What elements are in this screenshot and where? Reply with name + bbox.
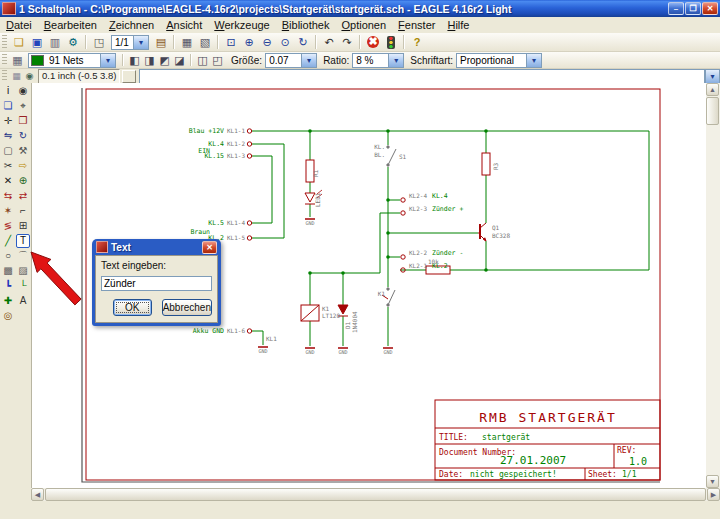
tool-rect[interactable]: ▩ — [1, 264, 15, 278]
tool-mark[interactable]: ⌖ — [16, 99, 30, 113]
restore-button[interactable]: ❐ — [685, 2, 701, 15]
save-button[interactable]: ▣ — [28, 34, 46, 50]
switch-to-board-button[interactable]: ◳ — [90, 34, 108, 50]
tool-info[interactable]: i — [1, 84, 15, 98]
rotate-180-button[interactable]: ◪ — [172, 54, 187, 67]
undo-button[interactable]: ↶ — [320, 34, 338, 50]
menu-item-zeichnen[interactable]: Zeichnen — [103, 18, 160, 32]
scroll-down-arrow[interactable]: ▼ — [706, 475, 719, 488]
zoom-select-button[interactable]: ⊙ — [276, 34, 294, 50]
tool-copy[interactable]: ❐ — [16, 114, 30, 128]
script-button[interactable]: ▧ — [196, 34, 214, 50]
grid-toggle-button[interactable]: ▦ — [10, 70, 23, 83]
tool-add[interactable]: ⊕ — [16, 174, 30, 188]
mark-button[interactable]: ◉ — [23, 70, 36, 83]
menu-item-bearbeiten[interactable]: Bearbeiten — [38, 18, 103, 32]
dialog-close-button[interactable]: ✕ — [202, 241, 217, 254]
tool-display[interactable]: ❏ — [1, 99, 15, 113]
grid-button[interactable]: ▦ — [10, 54, 25, 67]
minimize-button[interactable]: – — [668, 2, 684, 15]
sheet-combobox[interactable]: 1/1 ▾ — [111, 35, 149, 50]
tool-rotate[interactable]: ↻ — [16, 129, 30, 143]
erc-check-button[interactable] — [382, 34, 400, 50]
layer-value: 91 Nets — [46, 55, 100, 66]
menu-item-hilfe[interactable]: Hilfe — [441, 18, 475, 32]
size-combobox[interactable]: 0.07 ▾ — [265, 53, 317, 68]
tool-junction[interactable]: ✚ — [1, 294, 15, 308]
tool-bus[interactable]: ┗ — [1, 279, 15, 293]
tool-arc[interactable]: ⌒ — [16, 249, 30, 263]
tool-circle[interactable]: ○ — [1, 249, 15, 263]
ratio-combobox[interactable]: 8 % ▾ — [352, 53, 404, 68]
menu-item-datei[interactable]: Datei — [0, 18, 38, 32]
horizontal-scrollbar[interactable]: ◀ ▶ — [31, 488, 720, 501]
tool-gateswap[interactable]: ⇄ — [16, 189, 30, 203]
tool-wire[interactable]: ╱ — [1, 234, 15, 248]
ok-button[interactable]: OK — [113, 299, 152, 316]
command-line-input[interactable] — [139, 69, 705, 84]
mirror-orient-button[interactable]: ◧ — [127, 54, 142, 67]
zoom-redraw-button[interactable]: ↻ — [294, 34, 312, 50]
font-combobox[interactable]: Proportional ▾ — [456, 53, 542, 68]
scroll-right-arrow[interactable]: ▶ — [707, 488, 720, 501]
open-button[interactable]: ❏ — [10, 34, 28, 50]
library-button[interactable]: ▤ — [152, 34, 170, 50]
tool-invoke[interactable]: ⊞ — [16, 219, 30, 233]
coords-menu-button[interactable] — [122, 70, 136, 83]
tool-move[interactable]: ✛ — [1, 114, 15, 128]
horizontal-scroll-thumb[interactable] — [45, 488, 706, 501]
tool-cut[interactable]: ✂ — [1, 159, 15, 173]
tool-text[interactable]: T — [16, 234, 30, 248]
tool-polygon[interactable]: ▨ — [16, 264, 30, 278]
tool-paste[interactable]: ⇨ — [16, 159, 30, 173]
rotate-90-button[interactable]: ◩ — [157, 54, 172, 67]
zoom-fit-button[interactable]: ⊡ — [222, 34, 240, 50]
text-value-input[interactable] — [101, 276, 212, 291]
command-history-dropdown[interactable]: ▾ — [705, 69, 720, 84]
zoom-out-button[interactable]: ⊖ — [258, 34, 276, 50]
tool-change[interactable]: ⚒ — [16, 144, 30, 158]
tool-mirror[interactable]: ⇋ — [1, 129, 15, 143]
close-button[interactable]: ✕ — [702, 2, 718, 15]
tool-group[interactable]: ▢ — [1, 144, 15, 158]
rotate-0-button[interactable]: ◨ — [142, 54, 157, 67]
zoom-in-button[interactable]: ⊕ — [240, 34, 258, 50]
tool-miter[interactable]: ⌐ — [16, 204, 30, 218]
toolbar-handle[interactable] — [2, 54, 7, 67]
scroll-left-arrow[interactable]: ◀ — [31, 488, 44, 501]
tool-pinswap[interactable]: ⇆ — [1, 189, 15, 203]
tool-split[interactable]: ≶ — [1, 219, 15, 233]
cam-processor-button[interactable]: ⚙ — [64, 34, 82, 50]
chevron-down-icon[interactable]: ▾ — [388, 54, 403, 67]
chevron-down-icon[interactable]: ▾ — [100, 54, 115, 67]
vertical-scroll-thumb[interactable] — [706, 97, 719, 125]
dialog-titlebar[interactable]: Text ✕ — [95, 239, 218, 255]
chevron-down-icon[interactable]: ▾ — [526, 54, 541, 67]
align-left-button[interactable]: ◫ — [195, 54, 210, 67]
vertical-scrollbar[interactable]: ▲ ▼ — [706, 83, 720, 488]
use-library-button[interactable]: ▦ — [178, 34, 196, 50]
redo-button[interactable]: ↷ — [338, 34, 356, 50]
stop-button[interactable]: ✖ — [364, 34, 382, 50]
align-top-button[interactable]: ◰ — [210, 54, 225, 67]
menu-item-werkzeuge[interactable]: Werkzeuge — [208, 18, 275, 32]
chevron-down-icon[interactable]: ▾ — [301, 54, 316, 67]
tool-show[interactable]: ◉ — [16, 84, 30, 98]
tool-net[interactable]: └ — [16, 279, 30, 293]
layer-combobox[interactable]: 91 Nets ▾ — [28, 53, 116, 68]
menu-item-bibliothek[interactable]: Bibliothek — [276, 18, 336, 32]
cancel-button[interactable]: Abbrechen — [162, 299, 212, 316]
tool-erc[interactable]: ◎ — [1, 309, 15, 323]
tool-delete[interactable]: ✕ — [1, 174, 15, 188]
menu-item-optionen[interactable]: Optionen — [335, 18, 392, 32]
scroll-up-arrow[interactable]: ▲ — [706, 83, 719, 96]
toolbar-handle[interactable] — [2, 70, 7, 81]
print-button[interactable]: ▥ — [46, 34, 64, 50]
tool-label[interactable]: A — [16, 294, 30, 308]
help-button[interactable]: ? — [408, 34, 426, 50]
chevron-down-icon[interactable]: ▾ — [133, 36, 148, 49]
menu-item-ansicht[interactable]: Ansicht — [160, 18, 208, 32]
menu-item-fenster[interactable]: Fenster — [392, 18, 441, 32]
tool-smash[interactable]: ✶ — [1, 204, 15, 218]
toolbar-handle[interactable] — [2, 35, 7, 49]
